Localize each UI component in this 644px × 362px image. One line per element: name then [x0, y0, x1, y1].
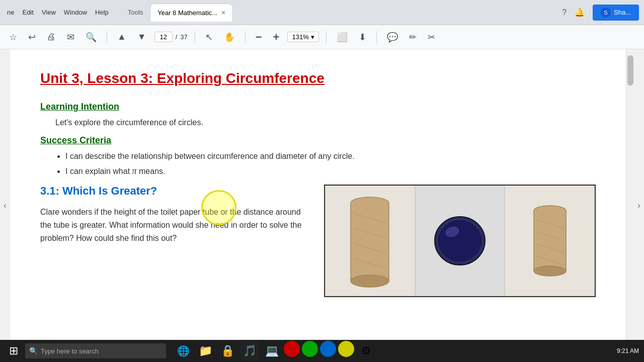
prev-page-icon[interactable]: ▲ [114, 30, 129, 44]
taskbar-app-red[interactable] [284, 341, 300, 357]
svg-point-10 [439, 221, 481, 261]
taskbar-search-area[interactable]: 🔍 Type here to search [25, 343, 166, 358]
taskbar-app-music[interactable]: 🎵 [239, 341, 260, 361]
menu-view[interactable]: View [40, 8, 58, 17]
activity-description: Clare wonders if the height of the toile… [40, 206, 302, 244]
taskbar-time: 9:21 AM [617, 347, 639, 354]
scrollbar-thumb[interactable] [627, 55, 633, 85]
taskbar-app-gear[interactable]: ⚙ [356, 341, 376, 361]
page-total: 37 [180, 33, 187, 41]
more-tools-icon[interactable]: ✂ [425, 30, 438, 45]
taskbar-apps: 🌐 📁 🔒 🎵 💻 ⚙ [173, 341, 376, 361]
tall-tube-image [347, 193, 392, 289]
divider-1 [107, 31, 107, 43]
pdf-toolbar: ☆ ↩ 🖨 ✉ 🔍 ▲ ▼ / 37 ↖ ✋ − + 131% ▾ ⬜ ⬇ 💬 … [0, 25, 644, 49]
zoom-selector[interactable]: 131% ▾ [287, 32, 318, 42]
image-grid [324, 185, 596, 297]
page-separator: / [176, 33, 178, 41]
menu-window[interactable]: Window [62, 8, 89, 17]
zoom-dropdown-icon: ▾ [311, 33, 314, 41]
page-input[interactable] [154, 32, 173, 42]
image-cell-2 [415, 186, 505, 296]
left-panel-arrow[interactable]: ‹ [0, 49, 10, 362]
tab-bar: Tools Year 8 Mathematic... × [121, 4, 233, 22]
taskbar-app-yellow[interactable] [338, 341, 354, 357]
tab-year8-math[interactable]: Year 8 Mathematic... × [150, 4, 233, 22]
taskbar-app-blue[interactable] [320, 341, 336, 357]
tab-tools[interactable]: Tools [121, 4, 150, 22]
pen-icon[interactable]: ✏ [406, 30, 420, 45]
bookmark-icon[interactable]: ☆ [6, 30, 20, 45]
scrollbar[interactable] [626, 49, 634, 362]
main-area: ‹ Unit 3, Lesson 3: Exploring Circumfere… [0, 49, 644, 362]
success-criteria-list: I can describe the relationship between … [55, 152, 596, 176]
menu-home[interactable]: ne [5, 8, 16, 17]
fit-page-icon[interactable]: ⬜ [334, 30, 351, 45]
divider-4 [326, 31, 327, 43]
learning-intention-heading: Learning Intention [40, 102, 596, 112]
success-criteria-heading: Success Criteria [40, 135, 596, 146]
menu-help[interactable]: Help [93, 8, 111, 17]
mail-icon[interactable]: ✉ [64, 30, 77, 45]
tab-close-button[interactable]: × [221, 9, 225, 17]
browser-menu: ne Edit View Window Help [5, 8, 111, 17]
image-cell-1 [325, 186, 415, 296]
page-navigation: / 37 [154, 32, 188, 42]
activity-text-column: 3.1: Which Is Greater? Clare wonders if … [40, 185, 309, 244]
zoom-level: 131% [292, 33, 308, 41]
svg-rect-13 [534, 211, 566, 271]
activity-heading: 3.1: Which Is Greater? [40, 185, 309, 198]
yellow-circle-annotation [201, 190, 236, 225]
help-icon[interactable]: ? [562, 8, 567, 17]
notifications-icon[interactable]: 🔔 [575, 8, 585, 17]
taskbar-right: 9:21 AM [617, 347, 639, 354]
bullet-item-2: I can explain what π means. [65, 166, 596, 176]
start-button[interactable]: ⊞ [5, 342, 22, 360]
taskbar-search-placeholder: Type here to search [41, 347, 99, 355]
circle-top-view [430, 211, 490, 271]
svg-point-16 [534, 266, 566, 276]
bullet-item-1: I can describe the relationship between … [65, 152, 596, 161]
lesson-title: Unit 3, Lesson 3: Exploring Circumferenc… [40, 69, 596, 87]
browser-chrome: ne Edit View Window Help Tools Year 8 Ma… [0, 0, 644, 25]
short-tube-image [527, 201, 573, 281]
search-icon[interactable]: 🔍 [83, 30, 100, 45]
hand-tool-icon[interactable]: ✋ [221, 30, 238, 45]
right-panel-arrow[interactable]: › [634, 49, 644, 362]
divider-3 [245, 31, 246, 43]
zoom-in-icon[interactable]: + [270, 29, 283, 46]
menu-edit[interactable]: Edit [20, 8, 35, 17]
svg-rect-1 [351, 203, 389, 281]
image-cell-3 [505, 186, 595, 296]
cursor-tool-icon[interactable]: ↖ [202, 30, 216, 45]
comment-icon[interactable]: 💬 [384, 30, 401, 45]
taskbar-app-explorer[interactable]: 📁 [195, 341, 215, 361]
pi-symbol: π [132, 166, 137, 176]
taskbar-app-lock[interactable]: 🔒 [217, 341, 237, 361]
taskbar-app-edge[interactable]: 🌐 [173, 341, 193, 361]
search-icon-taskbar: 🔍 [29, 347, 38, 355]
divider-5 [376, 31, 377, 43]
activity-section: 3.1: Which Is Greater? Clare wonders if … [40, 185, 596, 297]
download-icon[interactable]: ⬇ [356, 30, 369, 45]
print-icon[interactable]: 🖨 [44, 30, 59, 44]
sign-in-button[interactable]: S Sha... [593, 5, 639, 21]
taskbar-app-pc[interactable]: 💻 [262, 341, 282, 361]
learning-intention-text: Let's explore the circumference of circl… [55, 118, 596, 127]
zoom-out-icon[interactable]: − [253, 29, 265, 46]
divider-2 [195, 31, 195, 43]
taskbar-app-green[interactable] [302, 341, 318, 357]
next-page-icon[interactable]: ▼ [134, 30, 149, 44]
back-icon[interactable]: ↩ [25, 30, 39, 45]
pdf-viewer: Unit 3, Lesson 3: Exploring Circumferenc… [10, 49, 626, 362]
avatar-icon: S [601, 8, 611, 18]
svg-point-4 [351, 275, 389, 287]
taskbar: ⊞ 🔍 Type here to search 🌐 📁 🔒 🎵 💻 ⚙ 9:21… [0, 340, 644, 362]
